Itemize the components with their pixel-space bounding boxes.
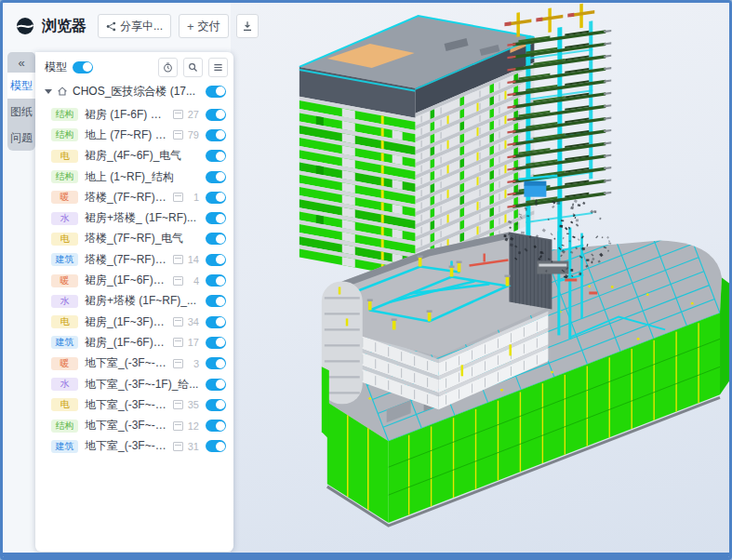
tree-row[interactable]: 水裙房+塔楼 (1F~RF)_... <box>35 291 233 312</box>
discipline-tag: 电 <box>51 315 78 328</box>
tree-row[interactable]: 水地下室_(-3F~-1F)_给... <box>35 374 233 394</box>
visibility-toggle[interactable] <box>206 357 226 369</box>
model-part-name: 塔楼_(7F~RF)_电气 <box>85 231 199 247</box>
views-badge: 1 <box>173 192 199 203</box>
visibility-toggle[interactable] <box>206 316 226 328</box>
tree-row[interactable]: 结构地下室_(-3F~-1F)_结构12 <box>35 415 233 435</box>
history-icon <box>163 62 173 73</box>
tree-row[interactable]: 结构裙房 (1F-6F) _结构...27 <box>35 104 233 125</box>
views-count: 3 <box>186 358 199 369</box>
views-badge-icon <box>173 193 183 202</box>
share-button[interactable]: 分享中... <box>98 14 171 38</box>
home-icon <box>57 86 68 97</box>
tree-row[interactable]: 水裙房+塔楼_ (1F~RF)... <box>35 207 233 228</box>
visibility-toggle[interactable] <box>206 109 226 121</box>
visibility-toggle[interactable] <box>206 337 226 349</box>
root-model-label: CHOS_医技综合楼 (17... <box>73 84 201 100</box>
model-part-name: 裙房_(4F~6F)_电气 <box>85 148 199 164</box>
sidebar-tabstrip: « 模型图纸问题 <box>7 52 35 151</box>
views-badge: 34 <box>173 316 199 327</box>
expand-caret-icon[interactable] <box>45 89 52 94</box>
views-count: 31 <box>186 441 199 452</box>
app-window: 浏览器 分享中... + 交付 « 模型图纸问题 <box>0 0 732 560</box>
search-button[interactable] <box>183 58 203 77</box>
visibility-toggle[interactable] <box>206 171 226 183</box>
model-part-name: 裙房_(1F~6F)_暖通 <box>85 273 166 288</box>
views-count: 1 <box>186 192 199 203</box>
tree-row[interactable]: 结构地上 (7F~RF) _结构...79 <box>35 125 233 145</box>
tree-root-node[interactable]: CHOS_医技综合楼 (17... <box>35 80 233 102</box>
tree-row[interactable]: 暖地下室_(-3F~-1F)_暖通3 <box>35 353 233 374</box>
views-badge-icon <box>173 338 183 347</box>
views-badge-icon <box>173 317 183 327</box>
discipline-tag: 暖 <box>51 191 78 204</box>
deliver-button[interactable]: + 交付 <box>179 14 229 38</box>
views-badge-icon <box>173 110 183 119</box>
collapse-icon: « <box>18 56 24 70</box>
tree-row[interactable]: 结构地上 (1~RF)_结构 <box>35 167 233 187</box>
visibility-toggle[interactable] <box>206 379 226 391</box>
model-part-name: 地下室_(-3F~-1F)_电气 <box>85 397 166 413</box>
tree-rows: 结构裙房 (1F-6F) _结构...27结构地上 (7F~RF) _结构...… <box>35 102 233 457</box>
tree-row[interactable]: 电裙房_(4F~6F)_电气 <box>35 146 233 167</box>
model-master-toggle[interactable] <box>73 61 93 73</box>
views-badge: 12 <box>173 420 199 432</box>
tree-row[interactable]: 建筑塔楼_(7F~RF)_建筑14 <box>35 249 233 270</box>
views-badge-icon <box>173 130 183 140</box>
model-part-name: 地下室_(-3F~-1F)_建筑 <box>85 438 166 454</box>
collapse-panel-button[interactable]: « <box>7 52 35 73</box>
views-badge: 31 <box>173 441 199 452</box>
discipline-tag: 建筑 <box>51 336 78 349</box>
tree-row[interactable]: 暖塔楼_(7F~RF)_暖通1 <box>35 187 233 207</box>
tree-row[interactable]: 电塔楼_(7F~RF)_电气 <box>35 229 233 249</box>
share-icon <box>106 21 116 32</box>
model-part-name: 地上 (1~RF)_结构 <box>85 169 199 185</box>
visibility-toggle[interactable] <box>206 399 226 411</box>
tree-row[interactable]: 暖裙房_(1F~6F)_暖通4 <box>35 270 233 290</box>
views-badge: 27 <box>173 109 199 120</box>
model-viewport[interactable] <box>231 3 729 554</box>
discipline-tag: 水 <box>51 212 78 225</box>
tree-row[interactable]: 建筑裙房_(1F~6F)_建筑17 <box>35 332 233 353</box>
window-bottom-edge <box>3 553 729 557</box>
visibility-toggle[interactable] <box>206 150 226 162</box>
tree-row[interactable]: 电裙房_(1F~3F)_电气34 <box>35 312 233 332</box>
views-badge: 14 <box>173 254 199 265</box>
discipline-tag: 水 <box>51 378 78 391</box>
views-count: 12 <box>186 420 199 432</box>
model-part-name: 地下室_(-3F~-1F)_暖通 <box>85 355 166 371</box>
sidebar-tab-issues[interactable]: 问题 <box>7 125 35 151</box>
deliver-label: 交付 <box>198 19 220 34</box>
visibility-toggle[interactable] <box>206 295 226 307</box>
download-button[interactable] <box>236 14 259 38</box>
model-tree-panel: 模型 <box>35 52 233 552</box>
model-part-name: 裙房+塔楼_ (1F~RF)... <box>85 210 199 226</box>
root-visibility-toggle[interactable] <box>206 86 226 98</box>
app-logo-icon <box>16 17 34 35</box>
visibility-toggle[interactable] <box>206 274 226 287</box>
plus-icon: + <box>187 20 194 33</box>
discipline-tag: 电 <box>51 398 78 411</box>
model-part-name: 裙房_(1F~3F)_电气 <box>85 314 166 330</box>
discipline-tag: 电 <box>51 233 78 246</box>
visibility-toggle[interactable] <box>206 129 226 141</box>
visibility-toggle[interactable] <box>206 440 226 452</box>
sidebar-tab-model[interactable]: 模型 <box>7 73 35 99</box>
search-icon <box>188 62 198 73</box>
tree-row[interactable]: 建筑地下室_(-3F~-1F)_建筑31 <box>35 436 233 457</box>
visibility-toggle[interactable] <box>206 212 226 224</box>
history-button[interactable] <box>158 58 178 77</box>
sidebar-tab-drawings[interactable]: 图纸 <box>7 99 35 125</box>
views-count: 34 <box>186 316 199 327</box>
download-icon <box>242 20 253 32</box>
model-3d-view[interactable] <box>231 3 729 554</box>
views-badge: 3 <box>173 358 199 369</box>
visibility-toggle[interactable] <box>206 254 226 266</box>
menu-button[interactable] <box>208 58 228 77</box>
visibility-toggle[interactable] <box>206 233 226 245</box>
tree-row[interactable]: 电地下室_(-3F~-1F)_电气35 <box>35 394 233 415</box>
views-count: 4 <box>186 275 199 287</box>
visibility-toggle[interactable] <box>206 192 226 204</box>
views-badge-icon <box>173 255 183 264</box>
visibility-toggle[interactable] <box>206 420 226 432</box>
